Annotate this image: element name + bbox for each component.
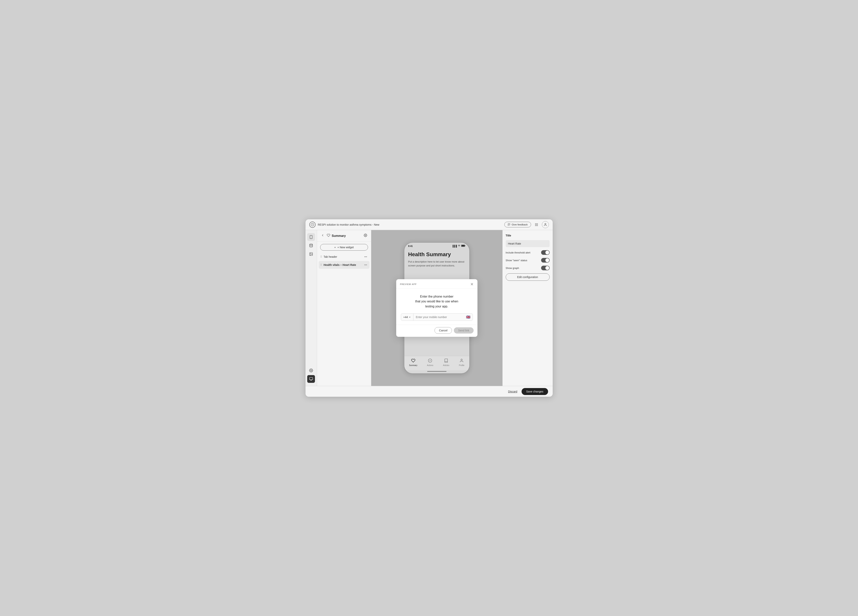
modal-message: Enter the phone number that you would li…: [401, 294, 473, 309]
svg-rect-7: [537, 224, 538, 225]
title-input[interactable]: [506, 240, 550, 247]
app-title: RESPI solution to monitor asthma symptom…: [318, 223, 502, 226]
plus-icon: +: [334, 246, 336, 249]
modal-message-line3: testing your app.: [425, 305, 448, 308]
image-icon: [309, 252, 313, 256]
main-layout: Summary + + New widget ⠿ Tab header •••: [305, 230, 553, 386]
sidebar-item-image[interactable]: [307, 250, 315, 258]
canvas-area: 9:41 ▐▐▐: [371, 230, 502, 386]
svg-rect-2: [535, 223, 536, 224]
grid-button[interactable]: [533, 221, 540, 228]
svg-rect-5: [535, 224, 536, 225]
user-avatar-button[interactable]: [542, 221, 549, 228]
special-icon: [309, 377, 313, 381]
panel-heart-icon: [327, 234, 330, 238]
settings-icon: [309, 369, 313, 372]
threshold-label: Include threshold alert: [506, 251, 530, 254]
grid-icon: [535, 223, 538, 227]
back-icon: [321, 234, 325, 237]
svg-point-21: [365, 235, 366, 236]
phone-number-input[interactable]: [413, 313, 466, 321]
give-feedback-label: Give feedback: [511, 223, 528, 226]
svg-point-11: [545, 223, 546, 225]
flag-icon: [508, 223, 510, 226]
widget-item-name: Health vitals – Heart Rate: [324, 263, 362, 267]
drag-handle-icon: ⠿: [320, 263, 322, 267]
phone-input-row: +44 🇬🇧: [401, 313, 473, 321]
widget-list: ⠿ Tab header ••• ⠿ Health vitals – Heart…: [317, 253, 371, 269]
modal-header: PREVIEW APP ✕: [396, 279, 477, 289]
modal-close-button[interactable]: ✕: [470, 282, 474, 286]
modal-footer: Cancel Send link: [396, 324, 477, 337]
back-button[interactable]: [320, 233, 325, 238]
left-panel: Summary + + New widget ⠿ Tab header •••: [317, 230, 371, 386]
discard-button[interactable]: Discard: [506, 389, 519, 394]
panel-settings-button[interactable]: [363, 233, 368, 239]
modal-overlay: PREVIEW APP ✕ Enter the phone number tha…: [371, 230, 502, 386]
top-bar: RESPI solution to monitor asthma symptom…: [305, 219, 553, 230]
show-graph-label: Show graph: [506, 267, 519, 270]
sidebar-item-database[interactable]: [307, 242, 315, 250]
panel-title: Summary: [332, 234, 361, 237]
svg-point-14: [310, 244, 312, 245]
icon-bar-top: [307, 233, 315, 366]
mobile-icon: [309, 235, 313, 239]
modal-body: Enter the phone number that you would li…: [396, 289, 477, 325]
list-item[interactable]: ⠿ Tab header •••: [319, 253, 370, 261]
drag-handle-icon: ⠿: [320, 255, 322, 258]
list-item[interactable]: ⠿ Health vitals – Heart Rate •••: [319, 261, 370, 269]
left-panel-header: Summary: [317, 230, 371, 242]
right-panel: Title Include threshold alert Show "seen…: [502, 230, 553, 386]
toggle-row-threshold: Include threshold alert: [506, 250, 550, 255]
give-feedback-button[interactable]: Give feedback: [504, 222, 531, 227]
threshold-toggle[interactable]: [541, 250, 550, 255]
icon-bar: [305, 230, 317, 386]
widget-more-button[interactable]: •••: [364, 263, 368, 267]
svg-rect-6: [536, 224, 537, 225]
show-graph-toggle[interactable]: [541, 266, 550, 270]
widget-item-name: Tab header: [324, 255, 362, 258]
database-icon: [309, 244, 313, 247]
preview-app-modal: PREVIEW APP ✕ Enter the phone number tha…: [396, 279, 477, 337]
svg-rect-4: [537, 223, 538, 224]
new-widget-label: + New widget: [337, 246, 354, 249]
svg-rect-12: [310, 236, 312, 239]
edit-configuration-button[interactable]: Edit configuration: [506, 273, 550, 281]
save-changes-button[interactable]: Save changes: [522, 388, 548, 395]
svg-rect-10: [537, 225, 538, 226]
right-panel-title: Title: [506, 234, 550, 237]
widget-more-button[interactable]: •••: [364, 255, 368, 259]
top-bar-actions: Give feedback: [504, 221, 549, 228]
svg-rect-18: [309, 378, 313, 380]
gear-icon: [364, 234, 367, 237]
seen-status-label: Show "seen" status: [506, 259, 527, 262]
modal-title: PREVIEW APP: [400, 283, 417, 286]
svg-rect-3: [536, 223, 537, 224]
new-widget-button[interactable]: + + New widget: [320, 244, 368, 251]
bottom-bar: Discard Save changes: [305, 386, 553, 397]
send-link-button[interactable]: Send link: [454, 327, 474, 334]
country-code-value: +44: [403, 315, 408, 319]
sidebar-item-mobile[interactable]: [307, 233, 315, 241]
special-action-button[interactable]: [307, 375, 315, 383]
app-logo: [309, 222, 316, 228]
svg-point-16: [310, 253, 311, 254]
seen-status-toggle[interactable]: [541, 258, 550, 262]
modal-message-line2: that you would like to use when: [415, 300, 458, 303]
icon-bar-bottom: [307, 366, 315, 383]
app-container: RESPI solution to monitor asthma symptom…: [305, 219, 553, 397]
toggle-row-seen: Show "seen" status: [506, 258, 550, 262]
cancel-button[interactable]: Cancel: [435, 327, 452, 334]
sidebar-item-settings[interactable]: [307, 366, 315, 374]
svg-point-17: [311, 370, 312, 371]
svg-rect-8: [535, 225, 536, 226]
svg-rect-9: [536, 225, 537, 226]
modal-message-line1: Enter the phone number: [420, 295, 454, 298]
toggle-row-graph: Show graph: [506, 266, 550, 270]
flag-icon: 🇬🇧: [466, 315, 473, 319]
country-code-select[interactable]: +44: [401, 313, 413, 321]
chevron-down-icon: [409, 316, 411, 318]
user-icon: [544, 223, 547, 227]
heart-icon: [327, 234, 330, 237]
